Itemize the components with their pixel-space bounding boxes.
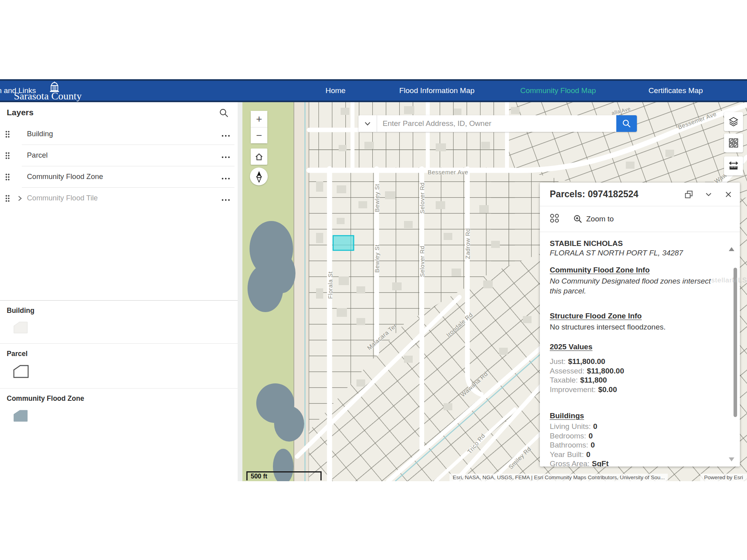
selected-parcel-highlight [333,236,354,250]
scale-bar: 500 ft [246,471,322,480]
values-heading: 2025 Values [550,343,717,351]
zoom-out-button[interactable]: − [251,127,267,143]
parcel-search-bar [358,115,637,132]
street-label: Zadrow Rd [464,228,471,259]
layer-label: Building [27,130,53,138]
close-button[interactable] [723,189,734,200]
layer-options-icon[interactable] [221,175,231,182]
legend: Building Parcel Community Flood Zone [0,300,238,432]
layer-row[interactable]: Building [0,124,238,145]
layer-options-icon[interactable] [221,196,231,203]
layers-panel-header: Layers [0,102,238,124]
layer-row[interactable]: Community Flood Tile [0,188,238,209]
layers-title: Layers [7,108,34,117]
street-label: Bessemer Ave [428,169,468,175]
layer-label: Parcel [27,151,48,160]
layers-widget-button[interactable] [724,112,743,131]
value-row: Assessed:$11,800.00 [550,366,717,376]
info-sections: Community Flood Zone Info No Community D… [550,266,717,332]
legend-section-flood-zone: Community Flood Zone [0,389,238,432]
nav-item[interactable]: Home [326,81,346,101]
owner-name: STABILE NICHOLAS [550,239,717,248]
value-row: Just:$11,800.00 [550,357,717,366]
powered-by-esri[interactable]: Powered by Esri [700,474,747,481]
section-heading: Community Flood Zone Info [550,266,717,274]
legend-title: Building [7,307,238,315]
search-source-dropdown[interactable] [358,115,377,132]
search-button[interactable] [616,115,637,132]
scroll-down-arrow-icon[interactable] [729,457,734,461]
building-row: Bedrooms:0 [550,431,717,441]
compare-views-widget-button[interactable] [724,133,743,152]
zoom-controls: + − [251,111,267,143]
section-heading: Structure Flood Zone Info [550,312,717,320]
street-label: Bewley St [374,244,380,272]
owner-address: FLORALA ST NORTH PORT FL, 34287 [550,249,717,257]
street-label: Florala St [327,271,333,299]
building-row: Gross Area:SqFt [550,459,717,467]
compare-views-icon [728,138,739,148]
chevron-down-icon [364,121,371,126]
layer-label: Community Flood Tile [27,194,98,202]
dock-button[interactable] [684,189,694,200]
parcel-swatch-icon [11,374,30,381]
layer-options-icon[interactable] [221,153,231,160]
home-button[interactable] [251,149,267,165]
layer-search-icon[interactable] [219,108,229,118]
expand-chevron-icon[interactable] [17,195,23,204]
building-swatch-icon [11,329,30,336]
browse-features-icon[interactable] [549,213,560,225]
building-row: Bathrooms:0 [550,440,717,450]
nav-item[interactable]: Community Flood Map [520,81,596,101]
collapse-button[interactable] [703,189,714,200]
drag-handle-icon[interactable] [5,130,10,140]
info-section: Community Flood Zone Info No Community D… [550,266,717,296]
legend-section-building: Building [0,301,238,344]
legend-title: Parcel [7,350,238,358]
section-body: No structures intersect floodzones. [550,322,717,332]
nav-items: Home Flood Information Map Community Flo… [0,81,747,101]
legend-title: Community Flood Zone [7,394,238,403]
close-icon [725,191,732,198]
nav-item[interactable]: Certificates Map [648,81,703,101]
dock-icon [684,190,694,199]
layer-row[interactable]: Parcel [0,145,238,166]
top-nav-bar: Sarasota County Home Flood Information M… [0,79,747,102]
compass-button[interactable] [250,168,268,185]
layer-label: Community Flood Zone [27,172,103,181]
drag-handle-icon[interactable] [5,194,10,204]
layer-options-icon[interactable] [221,132,231,139]
chevron-down-icon [705,192,712,197]
drag-handle-icon[interactable] [5,173,10,183]
nav-item[interactable]: Information and Links [0,81,36,101]
buildings-heading: Buildings [550,411,717,420]
legend-section-parcel: Parcel [0,344,238,389]
nav-item[interactable]: Flood Information Map [399,81,474,101]
values-list: Just:$11,800.00 Assessed:$11,800.00 Taxa… [550,357,717,394]
building-row: Living Units:0 [550,422,717,431]
info-section: Structure Flood Zone Info No structures … [550,312,717,332]
popup-body: STABILE NICHOLAS FLORALA ST NORTH PORT F… [540,232,740,467]
layers-icon [728,116,739,127]
street-label: Selover Rd [419,246,425,277]
home-icon [254,152,264,162]
street-label: Bewley St [374,184,380,212]
drag-handle-icon[interactable] [5,152,10,161]
layers-panel: Layers [0,102,238,481]
scale-label: 500 ft [251,473,267,480]
popup-title: Parcels: 0974182524 [550,189,684,200]
measure-icon [728,161,739,171]
scroll-up-arrow-icon[interactable] [729,247,734,251]
value-row: Improvement:$0.00 [550,385,717,394]
measure-widget-button[interactable] [724,156,743,175]
compass-needle-icon [255,171,263,183]
zoom-in-button[interactable]: + [251,111,267,127]
popup-scrollbar[interactable] [734,268,737,417]
value-row: Taxable:$11,800 [550,375,717,385]
zoom-to-button[interactable]: Zoom to [573,214,614,224]
search-input[interactable] [377,115,616,132]
building-row: Year Built:0 [550,450,717,459]
layer-row[interactable]: Community Flood Zone [0,166,238,188]
zoom-to-label: Zoom to [586,215,614,223]
page: Sarasota County Home Flood Information M… [0,0,747,560]
